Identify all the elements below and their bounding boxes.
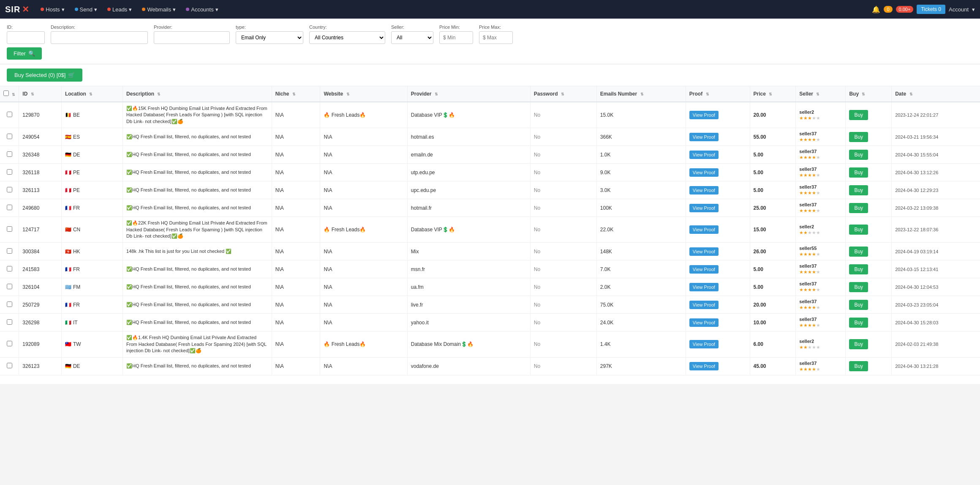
seller-select[interactable]: All [391, 31, 433, 44]
row-checkbox[interactable] [7, 205, 12, 210]
buy-button[interactable]: Buy [849, 264, 868, 274]
sort-id-icon[interactable]: ⇅ [31, 92, 34, 96]
row-proof: View Proof [686, 260, 750, 278]
buy-button[interactable]: Buy [849, 247, 868, 257]
nav-item-send[interactable]: Send ▾ [71, 4, 101, 15]
sort-seller-icon[interactable]: ⇅ [816, 92, 819, 96]
row-price: 20.00 [750, 102, 796, 128]
provider-input[interactable] [154, 31, 230, 44]
row-buy: Buy [846, 102, 892, 128]
row-checkbox[interactable] [7, 226, 12, 232]
filter-button[interactable]: Filter 🔍 [7, 47, 42, 60]
row-id: 124717 [19, 217, 62, 243]
view-proof-button[interactable]: View Proof [689, 301, 719, 309]
buy-button[interactable]: Buy [849, 132, 868, 142]
row-checkbox[interactable] [7, 151, 12, 157]
row-checkbox[interactable] [7, 248, 12, 254]
row-location: 🇫🇷FR [61, 296, 122, 314]
select-all-checkbox[interactable] [3, 90, 9, 96]
buy-button[interactable]: Buy [849, 318, 868, 328]
view-proof-button[interactable]: View Proof [689, 168, 719, 177]
row-price: 5.00 [750, 278, 796, 296]
row-checkbox[interactable] [7, 169, 12, 175]
description-input[interactable] [51, 31, 148, 44]
buy-button[interactable]: Buy [849, 150, 868, 160]
buy-button[interactable]: Buy [849, 282, 868, 292]
buy-button[interactable]: Buy [849, 225, 868, 235]
nav-leads-label: Leads [112, 6, 127, 13]
sort-location-icon[interactable]: ⇅ [89, 92, 93, 96]
view-proof-button[interactable]: View Proof [689, 111, 719, 119]
buy-button[interactable]: Buy [849, 300, 868, 310]
row-checkbox[interactable] [7, 301, 12, 307]
row-checkbox[interactable] [7, 284, 12, 289]
view-proof-button[interactable]: View Proof [689, 186, 719, 195]
row-checkbox[interactable] [7, 363, 12, 368]
id-input[interactable] [7, 31, 45, 44]
view-proof-button[interactable]: View Proof [689, 204, 719, 212]
location-code: FR [73, 205, 80, 211]
nav-item-hosts[interactable]: Hosts ▾ [36, 4, 68, 15]
star-filled: ★ [808, 115, 812, 121]
location-code: PE [73, 187, 80, 193]
buy-button[interactable]: Buy [849, 167, 868, 178]
row-description: ✅HQ Fresh Email list, filtered, no dupli… [123, 296, 272, 314]
buy-button[interactable]: Buy [849, 361, 868, 371]
view-proof-button[interactable]: View Proof [689, 151, 719, 159]
country-select[interactable]: All Countries [309, 31, 385, 44]
row-checkbox[interactable] [7, 134, 12, 139]
view-proof-button[interactable]: View Proof [689, 247, 719, 256]
row-checkbox[interactable] [7, 112, 12, 117]
seller-stars: ★★★★★ [799, 287, 842, 293]
sort-website-icon[interactable]: ⇅ [346, 92, 350, 96]
row-checkbox[interactable] [7, 319, 12, 325]
header-proof: Proof ⇅ [686, 86, 750, 102]
row-date: 2024-03-21 19:56:34 [892, 128, 980, 146]
row-niche: N\A [272, 243, 320, 260]
view-proof-button[interactable]: View Proof [689, 265, 719, 274]
sort-provider-icon[interactable]: ⇅ [435, 92, 438, 96]
sort-buy-icon[interactable]: ⇅ [862, 92, 865, 96]
tickets-button[interactable]: Tickets 0 [917, 5, 945, 14]
star-empty: ★ [816, 115, 820, 121]
row-checkbox[interactable] [7, 187, 12, 192]
buy-button[interactable]: Buy [849, 110, 868, 120]
sort-niche-icon[interactable]: ⇅ [292, 92, 296, 96]
buy-selected-button[interactable]: Buy Selected (0) [0$] 🛒 [7, 69, 82, 82]
nav-item-accounts[interactable]: Accounts ▾ [182, 4, 222, 15]
view-proof-button[interactable]: View Proof [689, 133, 719, 141]
sort-password-icon[interactable]: ⇅ [561, 92, 564, 96]
sort-proof-icon[interactable]: ⇅ [706, 92, 709, 96]
star-empty: ★ [816, 190, 820, 195]
table-row: 129870🇧🇪BE✅🔥15K Fresh HQ Dumbing Email L… [0, 102, 980, 128]
sort-description-icon[interactable]: ⇅ [157, 92, 161, 96]
row-checkbox[interactable] [7, 341, 12, 346]
flag-icon: 🇩🇪 [65, 152, 71, 158]
price-min-input[interactable] [439, 31, 473, 44]
nav-item-webmails[interactable]: Webmails ▾ [138, 4, 180, 15]
view-proof-button[interactable]: View Proof [689, 340, 719, 348]
header-password: Password ⇅ [530, 86, 596, 102]
buy-button[interactable]: Buy [849, 203, 868, 213]
price-max-input[interactable] [479, 31, 513, 44]
sort-price-icon[interactable]: ⇅ [769, 92, 772, 96]
brand-logo[interactable]: SIR✕ [5, 4, 30, 14]
row-emails-number: 148K [596, 243, 686, 260]
sort-emails-icon[interactable]: ⇅ [640, 92, 644, 96]
row-date: 2024-03-15 12:13:41 [892, 260, 980, 278]
view-proof-button[interactable]: View Proof [689, 283, 719, 291]
view-proof-button[interactable]: View Proof [689, 225, 719, 234]
view-proof-button[interactable]: View Proof [689, 362, 719, 370]
buy-button[interactable]: Buy [849, 339, 868, 349]
row-emails-number: 3.0K [596, 181, 686, 199]
table-row: 300384🇭🇰HK148k .hk This list is just for… [0, 243, 980, 260]
star-filled: ★ [799, 367, 803, 372]
row-id: 129870 [19, 102, 62, 128]
view-proof-button[interactable]: View Proof [689, 318, 719, 327]
sort-date-icon[interactable]: ⇅ [909, 92, 913, 96]
row-checkbox[interactable] [7, 266, 12, 271]
buy-button[interactable]: Buy [849, 185, 868, 195]
type-select[interactable]: Email Only Combo [236, 31, 303, 44]
nav-item-leads[interactable]: Leads ▾ [103, 4, 136, 15]
account-button[interactable]: Account [949, 6, 969, 13]
